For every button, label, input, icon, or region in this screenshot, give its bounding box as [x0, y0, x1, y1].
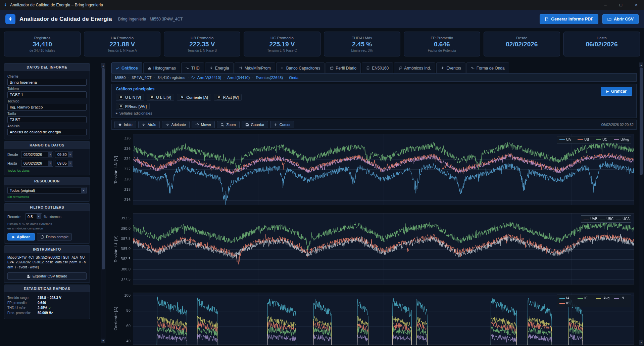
check-icon: ✓: [48, 306, 51, 310]
toolbar-guardar-button[interactable]: Guardar: [242, 121, 268, 128]
checkbox-u-l-n-v[interactable]: ×U L-N [V]: [116, 94, 144, 101]
tab-en50160[interactable]: EN50160: [362, 62, 393, 73]
resolucion-value: Todos (original): [10, 188, 35, 192]
voltage-ll-chart[interactable]: [111, 211, 637, 286]
tab-graficos[interactable]: Gráficos: [111, 62, 142, 73]
scroll-up-icon[interactable]: ▲: [639, 63, 643, 67]
maximize-button[interactable]: □: [613, 0, 629, 10]
left-pane: DATOS DEL INFORME ClienteBring Ingenieri…: [0, 60, 108, 346]
chevron-down-icon: ▼: [68, 152, 72, 157]
minimize-button[interactable]: –: [598, 0, 613, 10]
stat-card-value: 2.45 %: [352, 41, 372, 48]
resolucion-select[interactable]: Todos (original) ▼: [7, 187, 87, 194]
quick-stat-row: FP promedio:0.646: [7, 301, 87, 305]
recorte-value: 0.5: [28, 215, 33, 219]
tab-forma-de-onda[interactable]: Forma de Onda: [466, 62, 509, 73]
section-title-datos: DATOS DEL INFORME: [4, 63, 90, 71]
toolbar-atras-button[interactable]: Atrás: [138, 121, 160, 128]
main-scrollbar[interactable]: ▲ ▼: [639, 62, 643, 345]
checkbox-mark: ×: [119, 104, 123, 109]
plot-button[interactable]: ▶ Graficar: [601, 87, 632, 96]
scroll-down-icon[interactable]: ▼: [101, 339, 105, 343]
field-input-tarifa[interactable]: T3 BT: [7, 116, 87, 123]
sine-icon: [186, 66, 189, 70]
dataset-link-arm-v-34410[interactable]: Arm.V(34410): [197, 76, 221, 80]
toolbar-mover-button[interactable]: Mover: [192, 121, 215, 128]
sine-icon: [191, 76, 195, 79]
field-input-tablero[interactable]: TGBT 1: [7, 91, 87, 98]
chevron-down-icon: ▼: [68, 161, 72, 166]
field-input-cliente[interactable]: Bring Ingenieria: [7, 79, 87, 86]
voltage-ln-chart[interactable]: [111, 131, 637, 207]
bolt-icon: [209, 66, 213, 70]
current-chart[interactable]: [111, 290, 637, 346]
stat-card-label: FP Promedio: [431, 36, 453, 40]
desde-label: Desde: [7, 153, 19, 157]
recorte-select[interactable]: 0.5 ▼: [25, 213, 42, 220]
checkbox-p-reac-var[interactable]: ×P.Reac [VAr]: [116, 103, 150, 110]
checkbox-row-2: ×P.Reac [VAr]: [116, 103, 632, 110]
stat-card-sub: Tensión L-N Fase A: [108, 49, 137, 52]
chevron-down-icon: ▼: [81, 188, 86, 193]
quick-stat-value: 2.45%: [38, 306, 47, 310]
stat-card-value: 221.88 V: [109, 41, 135, 48]
hasta-date-select[interactable]: 06/02/2026 ▼: [21, 160, 53, 167]
field-label-tecnico: Tecnico: [7, 99, 87, 103]
tab-thd[interactable]: THD: [181, 62, 204, 73]
save-icon: [27, 274, 31, 278]
tab-banco-capacitores[interactable]: Banco Capacitores: [276, 62, 325, 73]
desde-time-select[interactable]: 09:30 ▼: [55, 151, 73, 158]
folder-icon: [607, 17, 611, 21]
dataset-link-eventos-22648[interactable]: Eventos(22648): [256, 76, 283, 80]
checkbox-u-l-l-v[interactable]: ×U L-L [V]: [147, 94, 174, 101]
tab-energia[interactable]: Energía: [205, 62, 234, 73]
tab-perfil-diario[interactable]: Perfil Diario: [326, 62, 361, 73]
separator-dot: ·: [285, 76, 287, 80]
toolbar-zoom-button[interactable]: Zoom: [217, 121, 239, 128]
section-title-resolucion: RESOLUCION: [4, 177, 90, 185]
dataset-link-onda[interactable]: Onda: [289, 76, 298, 80]
stat-card-value: 0.646: [434, 41, 450, 48]
scroll-up-icon[interactable]: ▲: [101, 63, 105, 68]
tab-eventos[interactable]: Eventos: [436, 62, 465, 73]
tab-histogramas[interactable]: Histogramas: [143, 62, 180, 73]
save-icon: [245, 123, 249, 127]
stat-card-uc-promedio: UC Promedio225.19 VTensión L-N Fase C: [244, 32, 320, 56]
apply-filter-button[interactable]: ▶ Aplicar: [7, 233, 35, 241]
stat-card-sub: de 34,410 totales: [30, 49, 55, 52]
field-input-analisis[interactable]: Analisis de calidad de energia: [7, 129, 87, 135]
stat-card-value: 34,410: [33, 41, 52, 48]
additional-signals-toggle[interactable]: ▸ Señales adicionales: [116, 111, 632, 115]
chevron-down-icon: ▼: [48, 161, 52, 166]
full-data-button[interactable]: Datos comple: [37, 233, 72, 241]
tab-max-min-prom[interactable]: Máx/Mín/Prom: [235, 62, 275, 73]
tab-label: Histogramas: [153, 66, 176, 71]
capacitor-icon: [281, 66, 284, 70]
open-csv-button[interactable]: Abrir CSV: [602, 14, 639, 24]
stat-card-value: 02/02/2026: [506, 41, 538, 48]
checkbox-p-act-w[interactable]: ×P.Act [W]: [214, 94, 242, 101]
section-instrumento: INSTRUMENTO Mi550 3P4W_4CT SN:3524988002…: [4, 245, 90, 283]
toolbar-adelante-button[interactable]: Adelante: [162, 121, 189, 128]
tab-armonicos-ind[interactable]: Armónicos Ind.: [394, 62, 435, 73]
scroll-down-icon[interactable]: ▼: [639, 340, 643, 345]
stat-card-sub: [521, 49, 522, 52]
desde-date-select[interactable]: 02/02/2026 ▼: [21, 151, 53, 158]
close-button[interactable]: ×: [629, 0, 644, 10]
main-scrollbar-thumb[interactable]: [640, 68, 643, 175]
export-csv-label: Exportar CSV filtrado: [33, 274, 67, 278]
app-header: Analizador de Calidad de Energía Bring I…: [0, 10, 644, 28]
sidebar-scrollbar[interactable]: ▲ ▼: [101, 63, 105, 343]
toolbar-inicio-button[interactable]: Inicio: [114, 121, 136, 128]
toolbar-cursor-button[interactable]: Cursor: [270, 121, 294, 128]
dataset-link-arm-i-34410[interactable]: Arm.I(34410): [227, 76, 250, 80]
generate-pdf-button[interactable]: Generar Informe PDF: [540, 14, 598, 24]
checkbox-corriente-a[interactable]: ×Corriente [A]: [177, 94, 211, 101]
hasta-time-select[interactable]: 09:05 ▼: [55, 160, 73, 167]
export-csv-button[interactable]: Exportar CSV filtrado: [7, 272, 87, 280]
resolucion-note: Sin remuestreo: [7, 195, 87, 199]
tab-bar: GráficosHistogramasTHDEnergíaMáx/Mín/Pro…: [111, 62, 637, 73]
section-resolucion: RESOLUCION Todos (original) ▼ Sin remues…: [4, 177, 90, 202]
field-input-tecnico[interactable]: Ing. Ramiro Bracco: [7, 104, 87, 111]
sidebar-scrollbar-thumb[interactable]: [102, 68, 105, 269]
